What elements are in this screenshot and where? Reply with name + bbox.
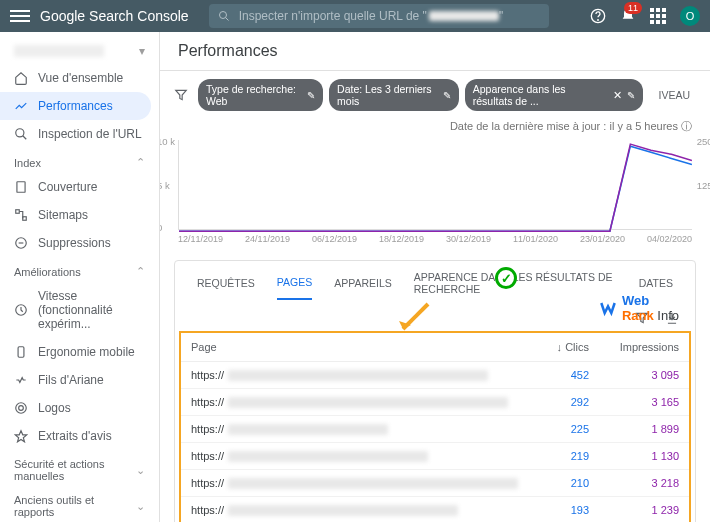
star-icon <box>14 429 28 443</box>
svg-point-4 <box>16 129 24 137</box>
filter-chip-type[interactable]: Type de recherche: Web✎ <box>198 79 323 111</box>
mobile-icon <box>14 345 28 359</box>
watermark-logo: WebRank Info <box>598 293 679 323</box>
remove-icon <box>14 236 28 250</box>
tab-queries[interactable]: REQUÊTES <box>197 277 255 299</box>
col-page[interactable]: Page <box>191 341 519 353</box>
logo-icon <box>14 401 28 415</box>
sidebar-item-overview[interactable]: Vue d'ensemble <box>0 64 159 92</box>
svg-line-1 <box>225 18 228 21</box>
data-card: REQUÊTES PAGES APPAREILS APPARENCE DANS … <box>174 260 696 522</box>
sidebar-item-performances[interactable]: Performances <box>0 92 151 120</box>
sitemap-icon <box>14 208 28 222</box>
edit-icon: ✎ <box>443 90 451 101</box>
sidebar-item-mobile[interactable]: Ergonomie mobile <box>0 338 159 366</box>
svg-marker-15 <box>15 431 27 442</box>
arrow-annotation-icon <box>393 299 433 339</box>
sidebar-item-sitemaps[interactable]: Sitemaps <box>0 201 159 229</box>
avatar[interactable]: O <box>680 6 700 26</box>
table-row[interactable]: https://2103 218 <box>181 470 689 497</box>
sidebar-item-reviews[interactable]: Extraits d'avis <box>0 422 159 450</box>
sidebar-item-removals[interactable]: Suppressions <box>0 229 159 257</box>
table-row[interactable]: https://1931 239 <box>181 497 689 522</box>
performance-chart: 10 k 5 k 0 250 k 125 k 0 12/11/201924/11… <box>160 140 710 252</box>
tab-pages[interactable]: PAGES <box>277 276 312 300</box>
notification-badge: 11 <box>624 2 642 14</box>
sidebar-item-speed[interactable]: Vitesse (fonctionnalité expérim... <box>0 282 159 338</box>
edit-icon: ✎ <box>627 90 635 101</box>
search-icon <box>14 127 28 141</box>
property-selector[interactable]: ▾ <box>0 38 159 64</box>
notifications-icon[interactable]: 11 <box>620 8 636 24</box>
speed-icon <box>14 303 28 317</box>
pages-table: Page ↓ Clics Impressions https://4523 09… <box>179 331 691 522</box>
main-content: Performances Type de recherche: Web✎ Dat… <box>160 32 710 522</box>
svg-line-5 <box>23 136 27 140</box>
table-row[interactable]: https://4523 095 <box>181 362 689 389</box>
sidebar-item-inspect[interactable]: Inspection de l'URL <box>0 120 159 148</box>
last-update-text: Date de la dernière mise à jour : il y a… <box>160 119 710 140</box>
filter-chip-date[interactable]: Date: Les 3 derniers mois✎ <box>329 79 459 111</box>
search-icon <box>217 9 231 23</box>
edit-icon: ✎ <box>307 90 315 101</box>
col-clicks[interactable]: ↓ Clics <box>519 341 589 353</box>
table-row[interactable]: https://2251 899 <box>181 416 689 443</box>
filter-icon[interactable] <box>174 88 188 102</box>
svg-point-0 <box>219 12 226 19</box>
help-icon[interactable]: ⓘ <box>681 120 692 132</box>
sidebar-section-index[interactable]: Index⌃ <box>0 148 159 173</box>
home-icon <box>14 71 28 85</box>
filter-bar: Type de recherche: Web✎ Date: Les 3 dern… <box>160 71 710 119</box>
hamburger-menu[interactable] <box>10 10 30 22</box>
tab-devices[interactable]: APPAREILS <box>334 277 392 299</box>
help-icon[interactable] <box>590 8 606 24</box>
sidebar-section-security[interactable]: Sécurité et actions manuelles⌄ <box>0 450 159 486</box>
check-annotation-icon: ✓ <box>495 267 517 289</box>
apps-icon[interactable] <box>650 8 666 24</box>
page-title: Performances <box>160 32 710 71</box>
svg-marker-17 <box>176 90 187 99</box>
svg-rect-12 <box>18 347 24 358</box>
search-placeholder: Inspecter n'importe quelle URL de " <box>239 9 427 23</box>
new-filter-button[interactable]: IVEAU <box>653 85 697 105</box>
table-row[interactable]: https://2191 130 <box>181 443 689 470</box>
svg-rect-7 <box>16 210 20 214</box>
sidebar-item-coverage[interactable]: Couverture <box>0 173 159 201</box>
page-icon <box>14 180 28 194</box>
brand: Google Search Console <box>40 8 189 24</box>
svg-point-3 <box>598 20 599 21</box>
sidebar-section-amel[interactable]: Améliorations⌃ <box>0 257 159 282</box>
breadcrumb-icon <box>14 373 28 387</box>
url-inspect-search[interactable]: Inspecter n'importe quelle URL de " " <box>209 4 549 28</box>
svg-point-14 <box>16 403 27 414</box>
filter-chip-appearance[interactable]: Apparence dans les résultats de ...✕✎ <box>465 79 643 111</box>
svg-rect-6 <box>17 182 25 193</box>
col-impressions[interactable]: Impressions <box>589 341 679 353</box>
chart-icon <box>14 99 28 113</box>
sidebar: ▾ Vue d'ensemble Performances Inspection… <box>0 32 160 522</box>
sidebar-section-old[interactable]: Anciens outils et rapports⌄ <box>0 486 159 522</box>
table-row[interactable]: https://2923 165 <box>181 389 689 416</box>
close-icon: ✕ <box>613 89 622 102</box>
sidebar-item-logos[interactable]: Logos <box>0 394 159 422</box>
sidebar-item-breadcrumbs[interactable]: Fils d'Ariane <box>0 366 159 394</box>
svg-point-13 <box>19 406 24 411</box>
